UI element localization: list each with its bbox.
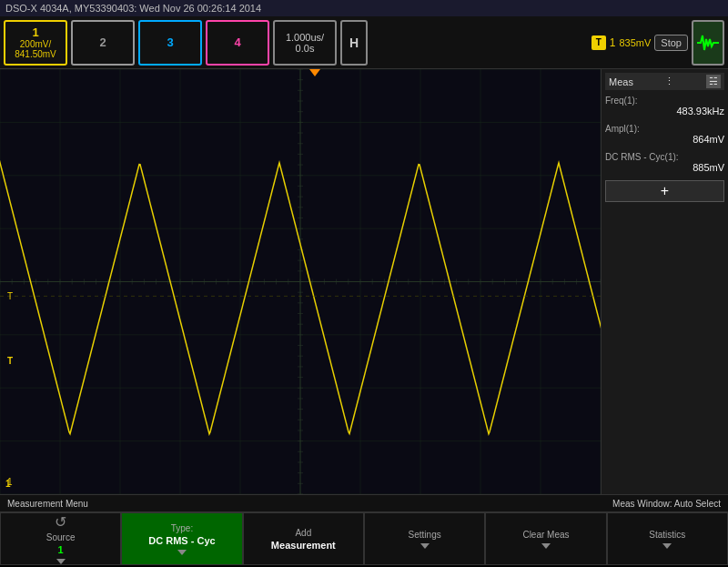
- meas-header: Meas ⋮ ☵: [605, 73, 724, 90]
- freq-measurement: Freq(1): 483.93kHz: [605, 96, 724, 116]
- oscilloscope-canvas: [0, 69, 601, 494]
- stats-arrow: [662, 543, 672, 549]
- source-value: 1: [58, 544, 64, 555]
- status-bar: Measurement Menu Meas Window: Auto Selec…: [0, 494, 728, 512]
- statistics-button[interactable]: Statistics: [607, 512, 728, 565]
- add-measurement-menu-button[interactable]: Add Measurement: [243, 512, 364, 565]
- ch1-scale: 200mV/: [20, 39, 51, 49]
- ch3-button[interactable]: 3: [138, 20, 202, 66]
- type-label: Type:: [171, 523, 193, 533]
- ch2-button[interactable]: 2: [71, 20, 135, 66]
- freq-label: Freq(1):: [605, 96, 724, 106]
- source-arrow: [56, 559, 66, 564]
- t1-marker: 1: [5, 479, 11, 489]
- h-button[interactable]: H: [340, 20, 368, 66]
- dcrms-measurement: DC RMS - Cyc(1): 885mV: [605, 152, 724, 173]
- trigger-num: 1: [610, 36, 616, 49]
- clear-meas-button[interactable]: Clear Meas: [485, 512, 606, 565]
- clear-label: Clear Meas: [522, 530, 569, 540]
- right-panel: Meas ⋮ ☵ Freq(1): 483.93kHz Ampl(1): 864…: [601, 69, 728, 494]
- add-sub: Measurement: [271, 540, 336, 551]
- settings-label: Settings: [409, 530, 441, 540]
- refresh-icon: ↺: [55, 513, 66, 531]
- ampl-measurement: Ampl(1): 864mV: [605, 124, 724, 145]
- timebase-button[interactable]: 1.000us/ 0.0s: [273, 20, 337, 66]
- settings-menu-button[interactable]: Settings: [364, 512, 485, 565]
- source-label: Source: [46, 532, 76, 542]
- ampl-label: Ampl(1):: [605, 124, 724, 134]
- ch1-offset: 841.50mV: [15, 49, 56, 59]
- run-stop-button[interactable]: [692, 20, 724, 66]
- ch1-button[interactable]: 1 200mV/ 841.50mV: [4, 20, 67, 66]
- ch4-button[interactable]: 4: [206, 20, 269, 66]
- stop-button[interactable]: Stop: [654, 35, 688, 51]
- type-value: DC RMS - Cyc: [148, 535, 215, 546]
- settings-arrow: [420, 543, 430, 549]
- trigger-row: T 1 835mV Stop: [592, 35, 688, 51]
- stats-label: Statistics: [649, 530, 685, 540]
- scope-screen: T 1: [0, 69, 601, 494]
- timebase-offset: 0.0s: [296, 43, 315, 54]
- type-arrow: [177, 550, 187, 555]
- clear-arrow: [541, 543, 551, 549]
- status-left: Measurement Menu: [7, 499, 612, 509]
- h-label: H: [349, 35, 359, 50]
- ch2-number: 2: [99, 35, 106, 49]
- dcrms-label: DC RMS - Cyc(1):: [605, 152, 724, 162]
- add-label: Add: [295, 528, 311, 538]
- meas-title: Meas: [609, 76, 633, 87]
- title-text: DSO-X 4034A, MY53390403: Wed Nov 26 00:2…: [5, 3, 261, 14]
- waveform-icon: [695, 30, 721, 56]
- t-marker: T: [7, 356, 13, 366]
- timebase-scale: 1.000us/: [286, 32, 324, 43]
- meas-copy-icon[interactable]: ☵: [706, 75, 721, 88]
- toolbar: 1 200mV/ 841.50mV 2 3 4 1.000us/ 0.0s H …: [0, 16, 728, 69]
- source-menu-button[interactable]: ↺ Source 1: [0, 512, 121, 565]
- title-bar: DSO-X 4034A, MY53390403: Wed Nov 26 00:2…: [0, 0, 728, 16]
- trigger-level: 835mV: [620, 37, 652, 48]
- type-menu-button[interactable]: Type: DC RMS - Cyc: [121, 512, 242, 565]
- main-area: T 1 Meas ⋮ ☵ Freq(1): 483.93kHz Ampl(1):…: [0, 69, 728, 494]
- trigger-top-marker: [309, 69, 320, 76]
- meas-options-icon[interactable]: ⋮: [664, 76, 674, 87]
- ampl-value: 864mV: [605, 134, 724, 145]
- freq-value: 483.93kHz: [605, 106, 724, 116]
- ch4-number: 4: [234, 35, 240, 49]
- ch3-number: 3: [167, 35, 173, 49]
- dcrms-value: 885mV: [605, 162, 724, 173]
- add-measurement-button[interactable]: +: [605, 180, 724, 202]
- trigger-icon: T: [592, 35, 606, 50]
- status-right: Meas Window: Auto Select: [612, 499, 721, 509]
- trigger-section: T 1 835mV Stop: [592, 35, 688, 51]
- bottom-menu: ↺ Source 1 Type: DC RMS - Cyc Add Measur…: [0, 512, 728, 565]
- add-icon: +: [661, 183, 669, 199]
- ch1-number: 1: [32, 25, 38, 39]
